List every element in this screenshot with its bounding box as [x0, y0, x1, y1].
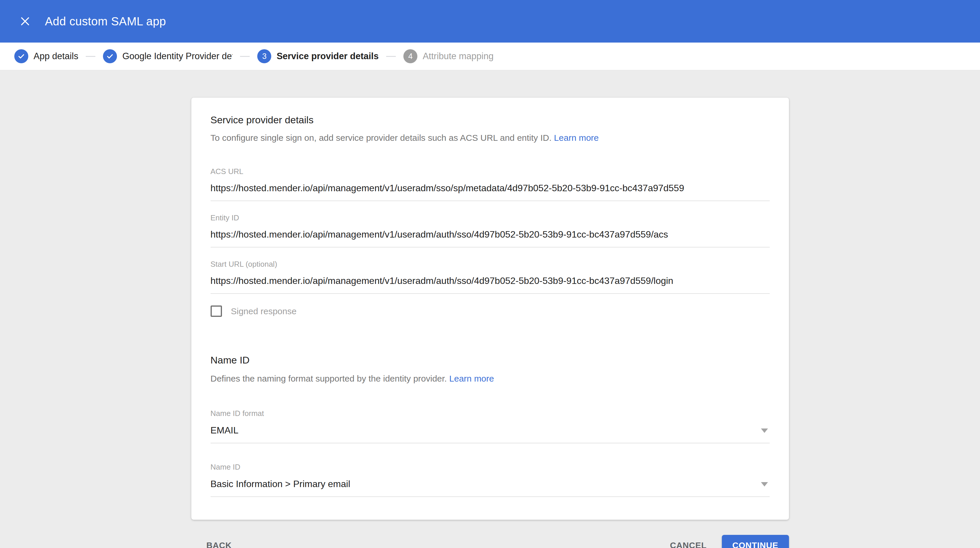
start-url-input[interactable]: [211, 275, 770, 294]
name-id-format-label: Name ID format: [211, 409, 770, 418]
continue-button[interactable]: CONTINUE: [722, 535, 789, 548]
signed-response-row: Signed response: [211, 305, 770, 317]
dropdown-arrow-icon: [761, 482, 768, 486]
check-icon: [18, 52, 25, 60]
wizard-stepper: App details Google Identity Provider det…: [0, 43, 980, 70]
section-description: To configure single sign on, add service…: [211, 132, 770, 144]
entity-id-label: Entity ID: [211, 213, 770, 222]
signed-response-checkbox[interactable]: [211, 305, 222, 317]
section-title-service-provider: Service provider details: [211, 113, 770, 126]
name-id-select[interactable]: Name ID Basic Information > Primary emai…: [211, 462, 770, 497]
dropdown-arrow-icon: [761, 429, 768, 433]
step-2-label: Google Identity Provider details: [122, 51, 232, 62]
footer-right-actions: CANCEL CONTINUE: [665, 535, 789, 548]
step-2-circle: [103, 49, 117, 63]
name-id-label: Name ID: [211, 462, 770, 471]
step-connector: [86, 56, 95, 57]
step-3-circle: 3: [257, 49, 271, 63]
step-4-label: Attribute mapping: [423, 51, 493, 62]
step-3-label: Service provider details: [277, 51, 379, 62]
acs-url-input[interactable]: [211, 183, 770, 201]
close-icon: [20, 16, 30, 27]
step-google-idp-details[interactable]: Google Identity Provider details: [103, 49, 232, 63]
section-title-name-id: Name ID: [211, 354, 770, 366]
section-description-text: To configure single sign on, add service…: [211, 133, 552, 143]
signed-response-label: Signed response: [231, 307, 297, 316]
step-connector: [240, 56, 250, 57]
step-attribute-mapping[interactable]: 4 Attribute mapping: [403, 49, 493, 63]
entity-id-input[interactable]: [211, 229, 770, 248]
check-icon: [106, 52, 114, 60]
acs-url-label: ACS URL: [211, 167, 770, 176]
cancel-button[interactable]: CANCEL: [665, 535, 711, 548]
acs-url-field: ACS URL: [211, 167, 770, 201]
name-id-value: Basic Information > Primary email: [211, 478, 770, 497]
start-url-field: Start URL (optional): [211, 260, 770, 294]
wizard-footer: BACK CANCEL CONTINUE: [191, 535, 789, 548]
service-provider-details-card: Service provider details To configure si…: [191, 98, 789, 520]
dialog-header: Add custom SAML app: [0, 0, 980, 43]
dialog-title: Add custom SAML app: [45, 15, 166, 28]
step-4-circle: 4: [403, 49, 417, 63]
learn-more-link-service-provider[interactable]: Learn more: [554, 133, 598, 143]
close-button[interactable]: [17, 13, 33, 29]
start-url-label: Start URL (optional): [211, 260, 770, 268]
entity-id-field: Entity ID: [211, 213, 770, 248]
name-id-description-text: Defines the naming format supported by t…: [211, 374, 447, 383]
step-service-provider-details[interactable]: 3 Service provider details: [257, 49, 379, 63]
back-button[interactable]: BACK: [202, 535, 237, 548]
name-id-format-select[interactable]: Name ID format EMAIL: [211, 409, 770, 443]
step-1-label: App details: [33, 51, 78, 62]
name-id-format-value: EMAIL: [211, 425, 770, 443]
step-1-circle: [14, 49, 28, 63]
name-id-description: Defines the naming format supported by t…: [211, 373, 770, 384]
step-app-details[interactable]: App details: [14, 49, 78, 63]
learn-more-link-name-id[interactable]: Learn more: [449, 374, 494, 383]
step-connector: [386, 56, 396, 57]
